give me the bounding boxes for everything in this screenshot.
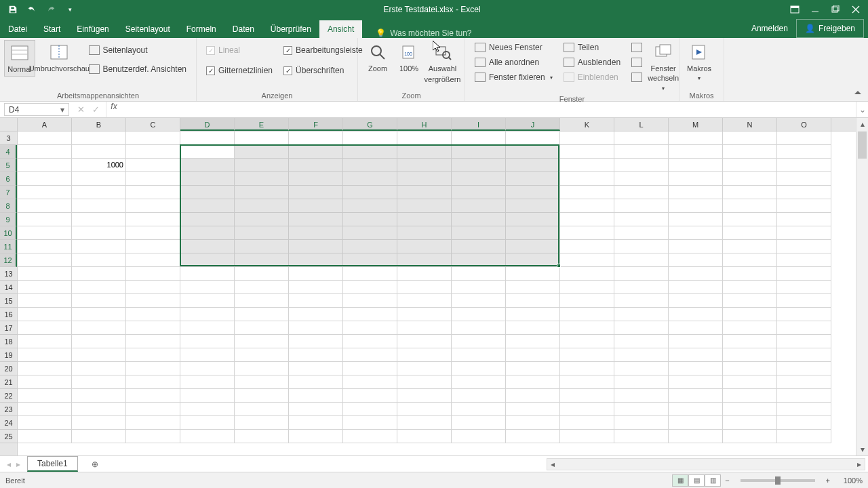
col-header-N[interactable]: N	[723, 118, 777, 131]
cell-I5[interactable]	[452, 159, 506, 172]
cell-N13[interactable]	[723, 267, 777, 281]
cell-H9[interactable]	[397, 213, 452, 226]
cell-G22[interactable]	[343, 389, 397, 403]
cell-K7[interactable]	[560, 186, 614, 199]
tab-einfügen[interactable]: Einfügen	[68, 20, 117, 38]
scroll-down[interactable]: ▾	[856, 443, 868, 455]
cell-H18[interactable]	[397, 335, 452, 348]
col-header-C[interactable]: C	[126, 118, 180, 131]
cell-H15[interactable]	[397, 294, 452, 308]
cell-I20[interactable]	[452, 362, 506, 375]
cell-N10[interactable]	[723, 226, 777, 240]
maximize-button[interactable]	[826, 2, 845, 17]
cell-B18[interactable]	[72, 335, 126, 348]
view-pagelayout[interactable]: Seitenlayout	[86, 44, 189, 56]
cell-M4[interactable]	[669, 145, 723, 159]
cell-B6[interactable]	[72, 172, 126, 186]
cell-E21[interactable]	[235, 375, 289, 389]
col-header-K[interactable]: K	[560, 118, 614, 131]
cell-G21[interactable]	[343, 375, 397, 389]
cell-H23[interactable]	[397, 403, 452, 416]
cell-L17[interactable]	[614, 321, 669, 335]
cell-E7[interactable]	[235, 186, 289, 199]
cell-G16[interactable]	[343, 308, 397, 321]
cell-H19[interactable]	[397, 348, 452, 362]
cell-L3[interactable]	[614, 131, 669, 145]
col-header-J[interactable]: J	[506, 118, 560, 131]
cell-D17[interactable]	[180, 321, 235, 335]
cell-M14[interactable]	[669, 281, 723, 294]
cell-L21[interactable]	[614, 375, 669, 389]
cell-K3[interactable]	[560, 131, 614, 145]
cell-N11[interactable]	[723, 240, 777, 253]
cell-J16[interactable]	[506, 308, 560, 321]
cell-G17[interactable]	[343, 321, 397, 335]
cell-C16[interactable]	[126, 308, 180, 321]
cell-F15[interactable]	[289, 294, 343, 308]
cell-C14[interactable]	[126, 281, 180, 294]
cell-B8[interactable]	[72, 199, 126, 213]
cell-M15[interactable]	[669, 294, 723, 308]
cell-G5[interactable]	[343, 159, 397, 172]
cell-C23[interactable]	[126, 403, 180, 416]
cell-N12[interactable]	[723, 253, 777, 267]
cell-H8[interactable]	[397, 199, 452, 213]
cell-I17[interactable]	[452, 321, 506, 335]
row-header-17[interactable]: 17	[0, 321, 17, 335]
cell-H24[interactable]	[397, 416, 452, 430]
sheet-nav-next[interactable]: ▸	[16, 460, 20, 469]
row-header-21[interactable]: 21	[0, 375, 17, 389]
cell-A11[interactable]	[18, 240, 72, 253]
cell-A6[interactable]	[18, 172, 72, 186]
cell-D7[interactable]	[180, 186, 235, 199]
cell-O14[interactable]	[777, 281, 831, 294]
cell-M3[interactable]	[669, 131, 723, 145]
cell-F7[interactable]	[289, 186, 343, 199]
cell-M16[interactable]	[669, 308, 723, 321]
cell-L23[interactable]	[614, 403, 669, 416]
cell-E3[interactable]	[235, 131, 289, 145]
cell-K15[interactable]	[560, 294, 614, 308]
cell-N9[interactable]	[723, 213, 777, 226]
cell-K9[interactable]	[560, 213, 614, 226]
cell-G18[interactable]	[343, 335, 397, 348]
cell-E24[interactable]	[235, 416, 289, 430]
cell-J22[interactable]	[506, 389, 560, 403]
cell-A24[interactable]	[18, 416, 72, 430]
view-pagebreak-status[interactable]: ▥	[705, 474, 721, 487]
close-button[interactable]	[846, 2, 865, 17]
row-header-5[interactable]: 5	[0, 159, 17, 172]
cell-E22[interactable]	[235, 389, 289, 403]
col-header-B[interactable]: B	[72, 118, 126, 131]
cell-D21[interactable]	[180, 375, 235, 389]
cell-O19[interactable]	[777, 348, 831, 362]
cell-K25[interactable]	[560, 430, 614, 443]
cell-K24[interactable]	[560, 416, 614, 430]
tab-file[interactable]: Datei	[0, 20, 35, 38]
cell-C12[interactable]	[126, 253, 180, 267]
cell-B5[interactable]: 1000	[72, 159, 126, 172]
cell-L18[interactable]	[614, 335, 669, 348]
cell-C10[interactable]	[126, 226, 180, 240]
cell-O23[interactable]	[777, 403, 831, 416]
switch-windows[interactable]: Fenster wechseln ▾	[648, 40, 679, 94]
row-header-14[interactable]: 14	[0, 281, 17, 294]
cell-A16[interactable]	[18, 308, 72, 321]
cell-G9[interactable]	[343, 213, 397, 226]
cell-L13[interactable]	[614, 267, 669, 281]
cell-D12[interactable]	[180, 253, 235, 267]
cell-F8[interactable]	[289, 199, 343, 213]
tab-daten[interactable]: Daten	[224, 20, 262, 38]
cell-F25[interactable]	[289, 430, 343, 443]
cell-E5[interactable]	[235, 159, 289, 172]
zoom-percent[interactable]: 100%	[834, 476, 863, 485]
cell-B12[interactable]	[72, 253, 126, 267]
cell-H6[interactable]	[397, 172, 452, 186]
cell-F13[interactable]	[289, 267, 343, 281]
cell-K22[interactable]	[560, 389, 614, 403]
cell-H11[interactable]	[397, 240, 452, 253]
cell-B16[interactable]	[72, 308, 126, 321]
cell-C20[interactable]	[126, 362, 180, 375]
row-header-7[interactable]: 7	[0, 186, 17, 199]
cell-L15[interactable]	[614, 294, 669, 308]
